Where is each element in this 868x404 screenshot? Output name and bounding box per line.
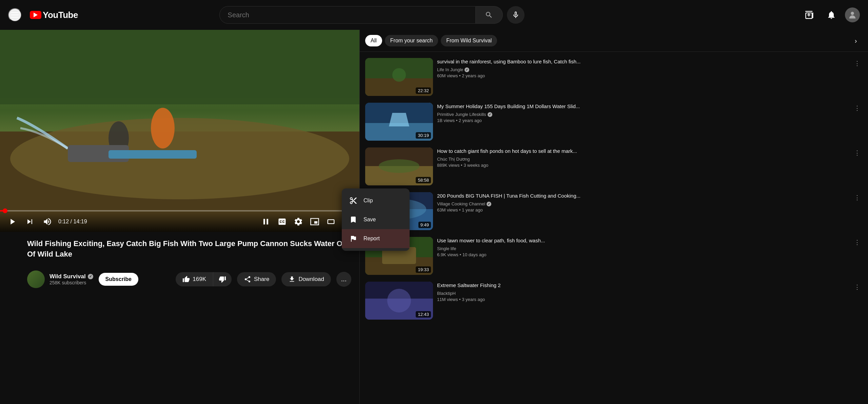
play-button[interactable] — [5, 215, 19, 228]
item-more-button[interactable]: ⋮ — [852, 103, 863, 114]
like-dislike-group: 169K — [176, 272, 232, 286]
channel-name-label: Life In Jungle — [437, 67, 463, 72]
list-item[interactable]: 12:43 Extreme Saltwater Fishing 2 Blackt… — [360, 278, 868, 323]
video-item-title: Extreme Saltwater Fishing 2 — [437, 282, 848, 289]
volume-button[interactable] — [41, 215, 54, 228]
pause-button[interactable] — [259, 215, 273, 228]
video-meta: How to catch giant fish ponds on hot day… — [437, 147, 848, 168]
tab-arrow-button[interactable]: › — [849, 34, 863, 47]
view-count: 60M views — [437, 73, 458, 78]
channel-avatar — [27, 270, 45, 288]
video-meta: survival in the rainforest, using Bamboo… — [437, 58, 848, 78]
list-item[interactable]: 30:19 My Summer Holiday 155 Days Buildin… — [360, 99, 868, 144]
item-more-button[interactable]: ⋮ — [852, 58, 863, 69]
settings-button[interactable] — [292, 215, 305, 228]
sidebar-tabs: All From your search From Wild Survival … — [360, 30, 868, 52]
video-duration: 30:19 — [416, 132, 431, 139]
video-item-stats: 889K views • 3 weeks ago — [437, 163, 848, 168]
scissors-svg — [349, 197, 357, 205]
dot-separator: • — [460, 252, 462, 257]
video-item-stats: 60M views • 2 years ago — [437, 73, 848, 78]
list-item[interactable]: 19:33 Use lawn mower to clear path, fish… — [360, 234, 868, 278]
menu-bar-1 — [11, 12, 19, 13]
context-menu-clip[interactable]: Clip — [342, 191, 410, 210]
miniplayer-icon — [310, 217, 319, 226]
dot-separator: • — [459, 207, 462, 213]
header: YouTube — [0, 0, 868, 30]
avatar-icon — [848, 10, 857, 20]
video-list: 22:32 survival in the rainforest, using … — [360, 52, 868, 404]
more-options-button[interactable]: ... — [336, 272, 351, 287]
item-more-button[interactable]: ⋮ — [852, 192, 863, 203]
thumbnail-wrap: 58:58 — [365, 147, 433, 185]
miniplayer-button[interactable] — [308, 215, 321, 228]
time-display: 0:12 / 14:19 — [58, 219, 87, 225]
video-item-stats: 63M views • 1 year ago — [437, 207, 848, 213]
view-count: 6.9K views — [437, 252, 458, 257]
share-button[interactable]: Share — [237, 272, 276, 286]
user-avatar[interactable] — [845, 7, 860, 22]
clip-label: Clip — [363, 198, 373, 204]
volume-icon — [43, 217, 52, 226]
context-menu: Clip Save Report — [342, 188, 410, 251]
video-player[interactable]: 0:12 / 14:19 — [0, 30, 359, 232]
search-input-wrap — [219, 6, 476, 24]
context-menu-report[interactable]: Report — [342, 229, 410, 248]
notifications-button[interactable] — [823, 7, 840, 23]
list-item[interactable]: 58:58 How to catch giant fish ponds on h… — [360, 144, 868, 189]
tab-all[interactable]: All — [365, 35, 382, 46]
theater-button[interactable] — [324, 215, 338, 228]
download-button[interactable]: Download — [281, 272, 331, 286]
dislike-button[interactable] — [213, 272, 232, 286]
item-more-button[interactable]: ⋮ — [852, 282, 863, 292]
channel-info-wrap: Wild Survival ✓ 258K subscribers Subscri… — [27, 270, 172, 288]
upload-age: 1 year ago — [462, 207, 482, 213]
video-scene-svg — [0, 30, 359, 232]
youtube-logo[interactable]: YouTube — [30, 10, 78, 20]
dot-separator: • — [456, 118, 459, 123]
video-item-title: How to catch giant fish ponds on hot day… — [437, 147, 848, 155]
channel-name-label: Primitive Jungle Lifeskills — [437, 112, 486, 117]
video-item-channel: Village Cooking Channel ✓ — [437, 201, 848, 206]
tab-from-search[interactable]: From your search — [385, 35, 438, 46]
video-meta: Use lawn mower to clear path, fish food,… — [437, 237, 848, 257]
cc-button[interactable] — [275, 215, 289, 228]
video-duration: 9:49 — [418, 222, 431, 228]
search-input[interactable] — [220, 11, 475, 19]
context-menu-save[interactable]: Save — [342, 210, 410, 229]
thumbs-up-icon — [182, 276, 190, 283]
menu-bar-2 — [11, 15, 19, 15]
view-count: 11M views — [437, 297, 458, 302]
channel-name-label: Chúc Thị Dương — [437, 157, 470, 162]
bottom-row: Wild Survival ✓ 258K subscribers Subscri… — [0, 270, 359, 288]
controls-right — [259, 215, 354, 228]
like-button[interactable]: 169K — [176, 272, 213, 286]
video-info: Wild Fishing Exciting, Easy Catch Big Fi… — [0, 232, 359, 270]
clip-icon — [349, 196, 358, 205]
list-item[interactable]: 22:32 survival in the rainforest, using … — [360, 55, 868, 99]
next-button[interactable] — [23, 215, 37, 228]
dot-separator: • — [459, 297, 462, 302]
menu-icon-button[interactable] — [8, 8, 22, 22]
subscribe-button[interactable]: Subscribe — [99, 273, 138, 286]
video-section: 0:12 / 14:19 — [0, 30, 359, 404]
like-count: 169K — [193, 276, 206, 283]
play-icon — [7, 217, 17, 226]
video-duration: 12:43 — [416, 311, 431, 318]
tab-from-channel[interactable]: From Wild Survival — [441, 35, 497, 46]
item-more-button[interactable]: ⋮ — [852, 147, 863, 158]
video-item-stats: 6.9K views • 10 days ago — [437, 252, 848, 257]
report-label: Report — [363, 236, 380, 242]
cc-icon — [277, 217, 287, 226]
video-item-channel: Chúc Thị Dương — [437, 157, 848, 162]
create-button[interactable] — [802, 7, 818, 23]
item-more-button[interactable]: ⋮ — [852, 237, 863, 248]
bookmark-svg — [349, 216, 357, 224]
view-count: 889K views — [437, 163, 459, 168]
list-item[interactable]: 9:49 200 Pounds BIG TUNA FISH | Tuna Fis… — [360, 189, 868, 234]
search-button[interactable] — [476, 6, 503, 24]
dot-separator: • — [459, 73, 462, 78]
search-icon — [485, 11, 493, 19]
svg-point-26 — [387, 289, 411, 312]
mic-button[interactable] — [507, 6, 525, 24]
